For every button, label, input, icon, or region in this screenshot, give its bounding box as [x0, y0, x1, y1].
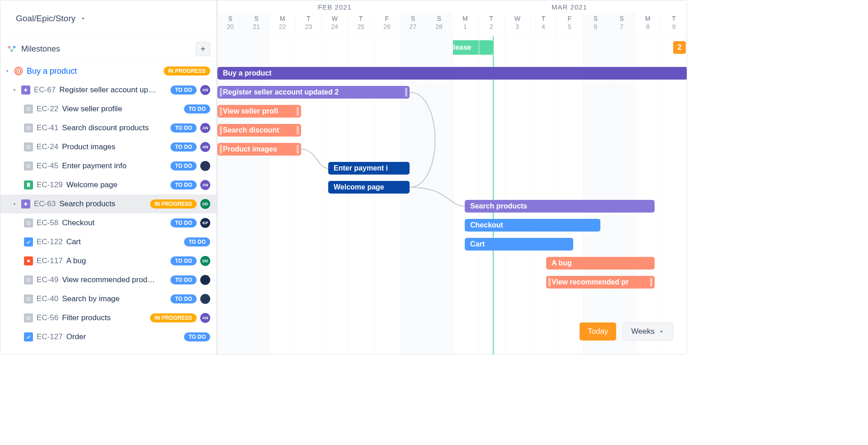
avatar[interactable] [200, 275, 210, 285]
issue-title: A bug [66, 256, 167, 265]
timeline-bar[interactable]: Search products [465, 200, 655, 213]
goal-row[interactable]: Buy a product IN PROGRESS [0, 62, 217, 80]
day-number: 6 [583, 22, 609, 30]
avatar[interactable]: KP [200, 218, 210, 228]
day-letter: S [609, 13, 635, 22]
timeline-bar[interactable]: Buy a product [217, 67, 687, 80]
day-cell[interactable]: F 26 [373, 13, 400, 37]
day-cell[interactable]: W 24 [321, 13, 348, 37]
timeline-bar[interactable]: Welcome page [328, 181, 410, 194]
day-cell[interactable]: S 20 [217, 13, 243, 37]
resize-handle-left[interactable] [220, 107, 222, 116]
resize-handle-right[interactable] [650, 278, 652, 287]
timeline-bar[interactable]: Product images [217, 143, 301, 156]
story-row[interactable]: EC-56 Filter products IN PROGRESS AN [0, 308, 217, 327]
issue-key: EC-67 [34, 85, 56, 95]
status-badge: TO DO [170, 256, 197, 265]
resize-handle-right[interactable] [405, 88, 407, 97]
story-row[interactable]: EC-58 Checkout TO DO KP [0, 213, 217, 232]
avatar[interactable]: AN [200, 123, 210, 133]
avatar[interactable] [200, 294, 210, 304]
day-cell[interactable]: F 5 [556, 13, 582, 37]
day-cell[interactable]: M 22 [269, 13, 295, 37]
view-selector[interactable]: Goal/Epic/Story [16, 14, 86, 24]
story-row[interactable]: EC-45 Enter payment info TO DO [0, 156, 217, 175]
issue-title: Filter products [62, 313, 146, 322]
milestones-icon [7, 44, 17, 54]
weeks-selector[interactable]: Weeks [623, 322, 673, 341]
story-row[interactable]: EC-40 Search by image TO DO [0, 289, 217, 308]
day-cell[interactable]: S 21 [243, 13, 269, 37]
issue-key: EC-117 [37, 256, 63, 265]
day-number: 27 [400, 22, 426, 30]
chevron-down-icon[interactable] [11, 87, 18, 93]
resize-handle-right[interactable] [297, 145, 299, 154]
avatar[interactable]: DD [200, 199, 210, 209]
issue-key: EC-41 [37, 123, 58, 133]
timeline-body[interactable]: 12Release Buy a productRegister seller a… [217, 37, 687, 354]
day-cell[interactable]: M 8 [635, 13, 661, 37]
chevron-down-icon[interactable] [4, 68, 10, 74]
day-cell[interactable]: S 28 [426, 13, 452, 37]
grid-line [426, 37, 427, 354]
story-row[interactable]: EC-122 Cart TO DO [0, 232, 217, 251]
resize-handle-right[interactable] [297, 126, 299, 135]
day-cell[interactable]: T 9 [660, 13, 687, 37]
timeline-bar[interactable]: Cart [465, 238, 573, 251]
day-cell[interactable]: T 2 [478, 13, 504, 37]
story-icon [24, 104, 33, 114]
avatar[interactable]: AN [200, 85, 210, 95]
story-row[interactable]: EC-129 Welcome page TO DO AN [0, 175, 217, 194]
resize-handle-left[interactable] [548, 278, 551, 287]
story-row[interactable]: EC-49 View recommended prod… TO DO [0, 270, 217, 289]
day-cell[interactable]: S 27 [400, 13, 426, 37]
day-cell[interactable]: W 3 [504, 13, 530, 37]
resize-handle-right[interactable] [297, 107, 299, 116]
day-cell[interactable]: S 6 [582, 13, 609, 37]
avatar[interactable] [200, 161, 210, 171]
day-letter: W [322, 13, 348, 22]
timeline-bar[interactable]: View seller profi [217, 105, 301, 118]
weekend-column [244, 37, 270, 354]
chevron-down-icon[interactable] [11, 201, 18, 207]
resize-handle-left[interactable] [220, 145, 222, 154]
avatar[interactable]: AN [200, 142, 210, 152]
day-number: 23 [296, 22, 321, 30]
resize-handle-left[interactable] [220, 126, 222, 135]
story-row[interactable]: EC-22 View seller profile TO DO [0, 99, 217, 118]
story-row[interactable]: EC-127 Order TO DO [0, 327, 217, 346]
timeline-bar[interactable]: Checkout [465, 219, 600, 232]
add-milestone-button[interactable] [196, 42, 210, 56]
day-cell[interactable]: T 23 [295, 13, 321, 37]
timeline-bar[interactable]: Search discount [217, 124, 301, 137]
issue-key: EC-63 [34, 199, 56, 208]
timeline-bar[interactable]: View recommended pr [546, 276, 655, 289]
issue-title: Search by image [62, 294, 167, 303]
timeline-bar[interactable]: Enter payment i [328, 162, 410, 175]
grid-line [609, 37, 610, 354]
story-row[interactable]: EC-117 A bug TO DO DD [0, 251, 217, 270]
day-cell[interactable]: M 1 [452, 13, 478, 37]
timeline-bar[interactable]: A bug [546, 257, 655, 270]
today-button[interactable]: Today [580, 322, 616, 341]
day-letter: T [348, 13, 374, 22]
status-badge: TO DO [184, 104, 210, 114]
story-row[interactable]: EC-41 Search discount products TO DO AN [0, 118, 217, 137]
epic-row[interactable]: EC-67 Register seller account up… TO DO … [0, 80, 217, 99]
timeline-bar[interactable]: Register seller account updated 2 [217, 86, 410, 99]
day-cell[interactable]: T 25 [348, 13, 374, 37]
resize-handle-left[interactable] [220, 88, 222, 97]
milestone-marker[interactable]: 2 [673, 41, 686, 54]
day-cell[interactable]: S 7 [609, 13, 635, 37]
day-number: 2 [478, 22, 504, 30]
bar-label: Checkout [470, 221, 503, 229]
avatar[interactable]: AN [200, 313, 210, 323]
day-cell[interactable]: T 4 [530, 13, 557, 37]
epic-row[interactable]: EC-63 Search products IN PROGRESS DD [0, 194, 217, 213]
status-badge: TO DO [184, 332, 210, 341]
avatar[interactable]: AN [200, 180, 210, 190]
story-row[interactable]: EC-24 Product images TO DO AN [0, 137, 217, 156]
issue-key: EC-45 [37, 161, 58, 170]
avatar[interactable]: DD [200, 256, 210, 266]
bar-label: Product images [223, 145, 277, 153]
